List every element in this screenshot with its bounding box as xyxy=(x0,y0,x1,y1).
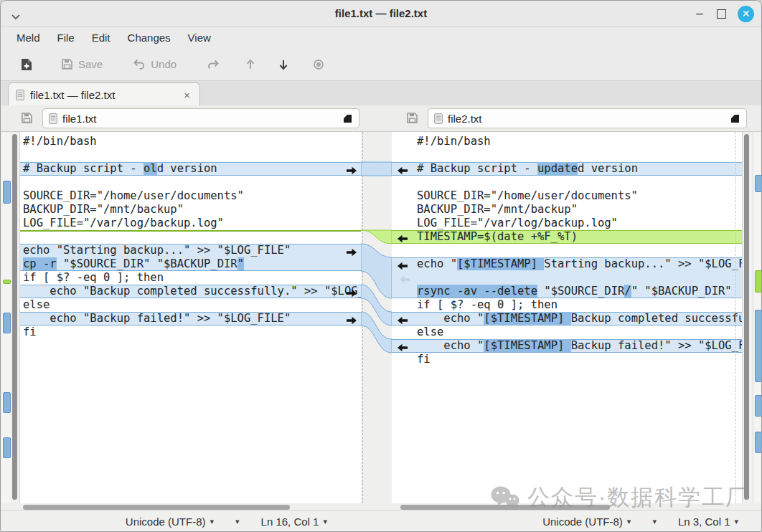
titlebar: file1.txt — file2.txt – ✕ xyxy=(1,1,761,27)
syntax-selector-right[interactable]: ▾ xyxy=(652,517,657,526)
file1-name: file1.txt xyxy=(62,113,337,125)
code-line xyxy=(392,176,742,189)
code-line: echo "[$TIMESTAMP] Backup failed!" >> "$… xyxy=(392,339,742,353)
vertical-scrollbar-right[interactable] xyxy=(742,132,751,503)
floppy-icon xyxy=(61,58,73,70)
code-line: # Backup script - old version xyxy=(20,162,361,176)
menu-item-changes[interactable]: Changes xyxy=(121,29,178,47)
code-line xyxy=(392,244,742,257)
cursor-position-right[interactable]: Ln 3, Col 1▾ xyxy=(678,516,738,528)
tabbar: file1.txt — file2.txt × xyxy=(1,80,761,107)
redo-button[interactable] xyxy=(201,55,225,73)
code-line xyxy=(20,339,361,353)
open-file-icon[interactable] xyxy=(729,113,740,124)
code-line: echo "Starting backup..." >> "$LOG_FILE" xyxy=(20,244,361,257)
code-line xyxy=(392,148,742,162)
code-line: cp -r "$SOURCE_DIR" "$BACKUP_DIR" xyxy=(20,257,361,271)
code-line: BACKUP_DIR="/mnt/backup" xyxy=(392,203,742,217)
encoding-selector-left[interactable]: Unicode (UTF-8)▾ xyxy=(126,516,214,528)
file2-name: file2.txt xyxy=(448,113,724,125)
code-line: echo "Backup completed successfully." >>… xyxy=(20,285,361,298)
undo-button[interactable]: Undo xyxy=(127,54,182,75)
code-line: echo "Backup failed!" >> "$LOG_FILE" xyxy=(20,312,361,326)
code-line: else xyxy=(392,326,742,339)
code-line: # Backup script - updated version xyxy=(392,162,742,176)
save-left-icon[interactable] xyxy=(21,112,33,127)
maximize-button[interactable] xyxy=(717,9,726,19)
overview-chunk-marker xyxy=(755,432,762,453)
document-icon xyxy=(16,90,24,100)
redo-icon xyxy=(207,60,220,69)
tab-label: file1.txt — file2.txt xyxy=(30,89,176,101)
overview-chunk-marker xyxy=(3,280,11,284)
code-line: LOG_FILE="/var/log/backup.log" xyxy=(20,217,361,230)
document-icon xyxy=(49,113,57,124)
undo-icon xyxy=(133,59,146,70)
window-title: file1.txt — file2.txt xyxy=(1,7,761,19)
code-line: #!/bin/bash xyxy=(392,135,742,148)
overview-chunk-marker xyxy=(755,175,762,192)
code-line: if [ $? -eq 0 ]; then xyxy=(20,271,361,285)
menubar: MeldFileEditChangesView xyxy=(1,27,762,48)
overview-map-right[interactable] xyxy=(753,132,762,503)
code-line xyxy=(392,271,742,285)
menu-item-view[interactable]: View xyxy=(181,29,218,47)
close-button[interactable]: ✕ xyxy=(738,6,754,22)
toolbar: Save Undo xyxy=(1,48,762,80)
diff-area: #!/bin/bash# Backup script - old version… xyxy=(1,131,762,510)
code-line: if [ $? -eq 0 ]; then xyxy=(392,298,742,312)
code-line: echo "[$TIMESTAMP] Backup completed succ… xyxy=(392,312,742,326)
overview-chunk-marker xyxy=(3,437,11,458)
editor-pane-file2[interactable]: #!/bin/bash# Backup script - updated ver… xyxy=(392,132,742,503)
tab-close-icon[interactable]: × xyxy=(182,89,192,101)
diff-gutter xyxy=(361,132,392,503)
tab-file1-file2[interactable]: file1.txt — file2.txt × xyxy=(8,82,200,106)
code-line xyxy=(20,230,361,244)
file1-selector[interactable]: file1.txt xyxy=(42,108,359,128)
minimize-button[interactable]: – xyxy=(694,5,705,22)
save-button[interactable]: Save xyxy=(55,54,108,75)
overview-chunk-marker xyxy=(3,392,11,413)
chunk-connector xyxy=(361,162,392,176)
margin-line xyxy=(735,132,736,503)
code-line xyxy=(20,176,361,189)
overview-chunk-marker xyxy=(755,270,762,293)
code-line: TIMESTAMP=$(date +%F_%T) xyxy=(392,230,742,244)
code-line: LOG_FILE="/var/log/backup.log" xyxy=(392,217,742,230)
overview-chunk-marker xyxy=(755,310,762,382)
menu-item-edit[interactable]: Edit xyxy=(85,29,118,47)
code-line xyxy=(20,148,361,162)
code-line: fi xyxy=(392,353,742,366)
file-headers: file1.txt file2.txt xyxy=(1,105,761,131)
encoding-selector-right[interactable]: Unicode (UTF-8)▾ xyxy=(542,516,631,528)
code-line: SOURCE_DIR="/home/user/documents" xyxy=(20,189,361,203)
vertical-scrollbar-left[interactable] xyxy=(11,132,20,503)
statusbar: Unicode (UTF-8)▾ ▾ Ln 16, Col 1▾ Unicode… xyxy=(1,510,761,532)
chunk-connector xyxy=(361,230,392,244)
file2-selector[interactable]: file2.txt xyxy=(428,108,747,128)
menu-item-file[interactable]: File xyxy=(50,29,82,47)
record-filter-button[interactable] xyxy=(307,54,330,75)
meld-window: file1.txt — file2.txt – ✕ MeldFileEditCh… xyxy=(0,0,762,532)
code-line: echo "[$TIMESTAMP] Starting backup..." >… xyxy=(392,257,742,271)
code-line: BACKUP_DIR="/mnt/backup" xyxy=(20,203,361,217)
editor-pane-file1[interactable]: #!/bin/bash# Backup script - old version… xyxy=(20,132,362,503)
new-comparison-button[interactable] xyxy=(15,54,38,75)
syntax-selector-left[interactable]: ▾ xyxy=(235,517,240,526)
overview-chunk-marker xyxy=(755,395,762,417)
code-line: else xyxy=(20,298,361,312)
cursor-position-left[interactable]: Ln 16, Col 1▾ xyxy=(261,516,327,528)
document-icon xyxy=(434,113,443,124)
save-right-icon[interactable] xyxy=(406,112,418,127)
next-change-button[interactable] xyxy=(273,54,294,75)
overview-map-left[interactable] xyxy=(1,132,11,503)
overview-chunk-marker xyxy=(3,313,11,333)
record-icon xyxy=(313,59,324,70)
previous-change-button[interactable] xyxy=(240,54,261,75)
overview-chunk-marker xyxy=(3,181,11,204)
open-file-icon[interactable] xyxy=(342,113,353,124)
arrow-up-icon xyxy=(245,59,255,70)
code-line: rsync -av --delete "$SOURCE_DIR/" "$BACK… xyxy=(392,285,742,298)
code-line: fi xyxy=(20,326,361,339)
menu-item-meld[interactable]: Meld xyxy=(9,29,47,47)
